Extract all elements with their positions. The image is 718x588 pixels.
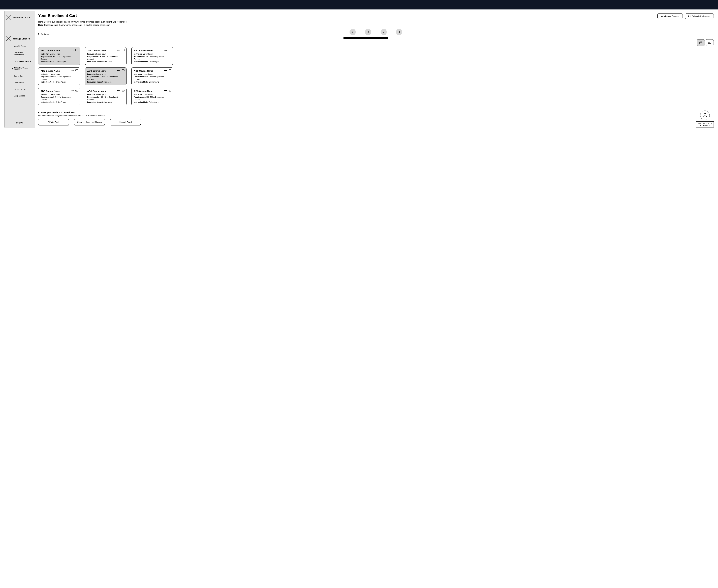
sidebar-item-label: Drop Classes bbox=[14, 82, 24, 84]
progress-bar-fill bbox=[344, 37, 388, 39]
more-options-icon[interactable]: ••• bbox=[117, 49, 120, 51]
card-view-toggle[interactable] bbox=[706, 39, 714, 46]
manually-enroll-button[interactable]: Manually Enroll bbox=[110, 119, 141, 125]
card-icon bbox=[708, 41, 711, 44]
svg-rect-10 bbox=[122, 49, 124, 51]
sidebar-item-swap-classes[interactable]: Swap Classes bbox=[14, 95, 34, 97]
page-subtext: Here are your suggestions based on your … bbox=[38, 21, 714, 23]
note-prefix: Note: bbox=[38, 24, 43, 26]
course-card[interactable]: •••ABC Course NameInstructor: Lorem Ipsu… bbox=[131, 88, 173, 105]
sidebar-item-course-cart[interactable]: Course Cart bbox=[14, 75, 34, 77]
calendar-view-toggle[interactable] bbox=[697, 39, 705, 46]
course-card[interactable]: •••ABC Course NameInstructor: Lorem Ipsu… bbox=[131, 67, 173, 85]
svg-point-26 bbox=[704, 113, 706, 115]
course-meta: Instructor: Lorem IpsumRequirements: HCI… bbox=[41, 73, 78, 83]
chevron-right-icon bbox=[11, 68, 13, 69]
more-options-icon[interactable]: ••• bbox=[117, 89, 120, 92]
more-options-icon[interactable]: ••• bbox=[164, 89, 167, 92]
sidebar-item-label: Swap Classes bbox=[14, 95, 25, 97]
note-text: Choosing more than two may change your e… bbox=[43, 24, 110, 26]
advisor-avatar[interactable] bbox=[700, 110, 710, 120]
card-icon[interactable] bbox=[75, 69, 78, 71]
card-icon[interactable] bbox=[168, 69, 171, 71]
sidebar-item-update-classes[interactable]: Update Classes bbox=[14, 88, 34, 90]
chat-with-advisor-button[interactable]: Chat with your AI Advisor bbox=[696, 122, 714, 127]
card-icon[interactable] bbox=[122, 89, 125, 92]
sidebar-item-label: Update Classes bbox=[14, 88, 26, 90]
view-toggle bbox=[697, 39, 714, 46]
page-title: Your Enrollment Cart bbox=[38, 14, 77, 18]
more-options-icon[interactable]: ••• bbox=[71, 69, 74, 71]
sidebar-section-header[interactable]: Manage Classes bbox=[6, 36, 34, 41]
enrollment-method-section: Choose your method of enrollment Opt-in … bbox=[38, 111, 173, 125]
view-degree-progress-button[interactable]: View Degree Progress bbox=[657, 14, 683, 19]
enrollment-method-sub: Opt-in to have the AI system automatical… bbox=[38, 114, 173, 117]
course-card[interactable]: •••ABC Course NameInstructor: Lorem Ipsu… bbox=[131, 47, 173, 65]
card-icon[interactable] bbox=[75, 89, 78, 92]
go-back-button[interactable]: Go back bbox=[38, 33, 49, 35]
more-options-icon[interactable]: ••• bbox=[164, 69, 167, 71]
svg-rect-6 bbox=[709, 42, 711, 44]
progress-bar bbox=[344, 37, 408, 39]
step-circle-3[interactable]: 3 bbox=[381, 29, 387, 35]
svg-rect-20 bbox=[76, 90, 78, 91]
enrollment-method-title: Choose your method of enrollment bbox=[38, 111, 173, 114]
ai-advisor-widget: Chat with your AI Advisor bbox=[696, 110, 714, 127]
progress-stepper: 1 2 3 4 bbox=[344, 29, 408, 39]
course-meta: Instructor: Lorem IpsumRequirements: HCI… bbox=[134, 53, 171, 63]
image-placeholder-icon bbox=[6, 36, 11, 41]
course-card[interactable]: •••ABC Course NameInstructor: Lorem Ipsu… bbox=[38, 67, 80, 85]
course-card[interactable]: •••ABC Course NameInstructor: Lorem Ipsu… bbox=[38, 88, 80, 105]
more-options-icon[interactable]: ••• bbox=[164, 49, 167, 51]
sidebar-item-view-my-classes[interactable]: View My Classes bbox=[14, 45, 34, 47]
step-circle-1[interactable]: 1 bbox=[350, 29, 356, 35]
sidebar-item-drop-classes[interactable]: Drop Classes bbox=[14, 82, 34, 84]
sidebar-item-label: Course Cart bbox=[14, 75, 23, 77]
course-meta: Instructor: Lorem IpsumRequirements: HCI… bbox=[41, 93, 78, 104]
course-card[interactable]: •••ABC Course NameInstructor: Lorem Ipsu… bbox=[85, 88, 127, 105]
go-back-label: Go back bbox=[41, 33, 49, 35]
top-bar bbox=[0, 0, 718, 9]
course-card[interactable]: •••ABC Course NameInstructor: Lorem Ipsu… bbox=[38, 47, 80, 65]
course-meta: Instructor: Lorem IpsumRequirements: HCI… bbox=[134, 93, 171, 104]
svg-rect-12 bbox=[169, 49, 171, 51]
sidebar-dashboard-label: Dashboard Home bbox=[13, 16, 31, 19]
card-icon[interactable] bbox=[122, 69, 125, 71]
svg-rect-22 bbox=[122, 90, 124, 91]
course-meta: Instructor: Lorem IpsumRequirements: HCI… bbox=[87, 53, 124, 63]
card-icon[interactable] bbox=[168, 89, 171, 92]
course-meta: Instructor: Lorem IpsumRequirements: HCI… bbox=[41, 53, 78, 63]
card-icon[interactable] bbox=[122, 49, 125, 51]
course-cards-grid: •••ABC Course NameInstructor: Lorem Ipsu… bbox=[38, 47, 173, 105]
course-card[interactable]: •••ABC Course NameInstructor: Lorem Ipsu… bbox=[85, 67, 127, 85]
sidebar-dashboard-link[interactable]: Dashboard Home bbox=[6, 15, 34, 20]
show-suggested-classes-button[interactable]: Show Me Suggested Classes bbox=[74, 119, 105, 125]
course-meta: Instructor: Lorem IpsumRequirements: HCI… bbox=[87, 73, 124, 83]
sidebar-item-label: Class Search & Enroll bbox=[14, 60, 31, 62]
sidebar-items: View My Classes Registration Appointment… bbox=[6, 45, 34, 97]
sidebar: Dashboard Home Manage Classes View My Cl… bbox=[4, 10, 35, 128]
sidebar-item-label: View My Classes bbox=[14, 45, 27, 47]
logout-link[interactable]: Log Out bbox=[6, 120, 34, 125]
person-icon bbox=[702, 112, 708, 118]
sidebar-item-registration-appointments[interactable]: Registration Appointments bbox=[14, 52, 34, 56]
more-options-icon[interactable]: ••• bbox=[117, 69, 120, 71]
card-icon[interactable] bbox=[75, 49, 78, 51]
svg-rect-18 bbox=[169, 69, 171, 71]
course-card[interactable]: •••ABC Course NameInstructor: Lorem Ipsu… bbox=[85, 47, 127, 65]
sidebar-item-class-search-enroll[interactable]: Class Search & Enroll bbox=[14, 60, 34, 62]
sidebar-item-course-selector[interactable]: (NEW) The Course Selector bbox=[12, 67, 34, 70]
sidebar-item-label: (NEW) The Course Selector bbox=[14, 67, 34, 70]
more-options-icon[interactable]: ••• bbox=[71, 89, 74, 92]
sidebar-item-label: Registration Appointments bbox=[14, 52, 34, 56]
course-meta: Instructor: Lorem IpsumRequirements: HCI… bbox=[134, 73, 171, 83]
svg-rect-16 bbox=[122, 69, 124, 71]
svg-rect-14 bbox=[76, 69, 78, 71]
more-options-icon[interactable]: ••• bbox=[71, 49, 74, 51]
edit-schedule-preferences-button[interactable]: Edit Schedule Preferences bbox=[685, 14, 714, 19]
ai-auto-enroll-button[interactable]: AI Auto-Enroll bbox=[38, 119, 69, 125]
card-icon[interactable] bbox=[168, 49, 171, 51]
step-circle-2[interactable]: 2 bbox=[365, 29, 371, 35]
course-meta: Instructor: Lorem IpsumRequirements: HCI… bbox=[87, 93, 124, 104]
step-circle-4[interactable]: 4 bbox=[396, 29, 402, 35]
